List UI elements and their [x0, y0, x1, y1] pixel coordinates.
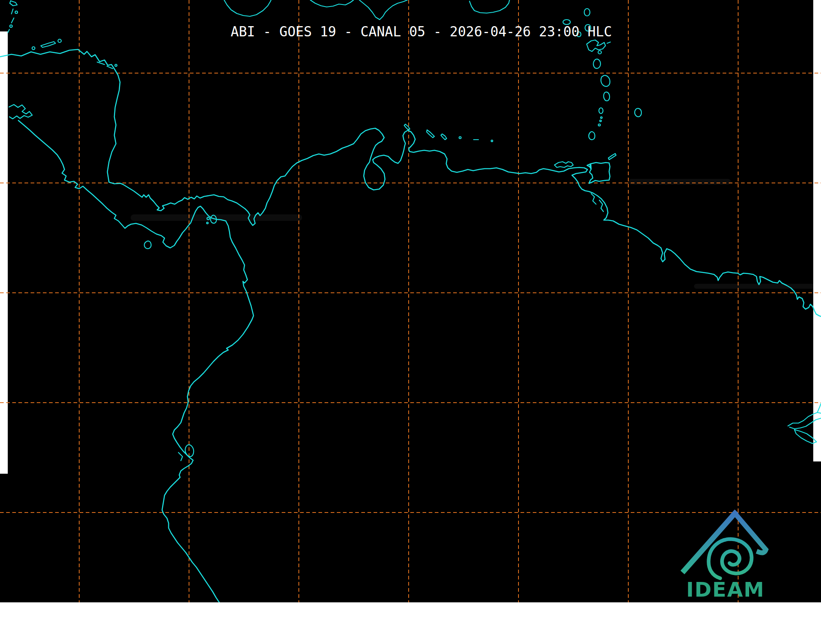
ideam-logo-mark: [684, 513, 766, 578]
island-jamaica: [224, 0, 271, 16]
island-puerto-rico: [469, 0, 510, 13]
island-tobago: [608, 154, 616, 160]
satellite-product-view: ABI - GOES 19 - CANAL 05 - 2026-04-26 23…: [0, 0, 821, 644]
faint-cloud-3: [694, 284, 817, 289]
coastline-gulf-of-fonseca: [9, 105, 32, 119]
island-haiti-peninsula: [310, 0, 354, 7]
missing-data-strip-right: [813, 0, 821, 461]
island-bonaire: [441, 134, 447, 140]
map-area: ABI - GOES 19 - CANAL 05 - 2026-04-26 23…: [0, 0, 821, 602]
island-margarita: [554, 162, 573, 167]
island-trinidad: [587, 163, 610, 183]
ideam-logo-text: IDEAM: [686, 578, 765, 602]
islands-northwest-cayes: [8, 1, 18, 33]
island-curacao: [427, 130, 434, 138]
island-guadeloupe: [587, 40, 605, 51]
islands-bay-islands: [32, 39, 62, 50]
island-hispaniola-south: [359, 0, 407, 20]
ideam-logo: IDEAM: [674, 506, 776, 602]
faint-cloud-2: [629, 179, 731, 185]
island-dominica: [593, 59, 601, 69]
island-martinique: [601, 76, 610, 87]
island-st-vincent: [599, 108, 603, 114]
island-barbados: [635, 109, 642, 117]
image-title: ABI - GOES 19 - CANAL 05 - 2026-04-26 23…: [231, 24, 612, 40]
colorbar-region: Reflectancia 0.00.20.40.60.81.0: [0, 602, 821, 644]
logo-hurricane-swirl: [709, 539, 752, 578]
missing-data-strip-left: [0, 31, 8, 474]
island-grenada: [589, 132, 595, 140]
logo-roof-right: [735, 513, 766, 553]
islands-abc: [404, 124, 493, 142]
island-coiba: [145, 241, 151, 249]
island-st-lucia: [604, 92, 610, 100]
